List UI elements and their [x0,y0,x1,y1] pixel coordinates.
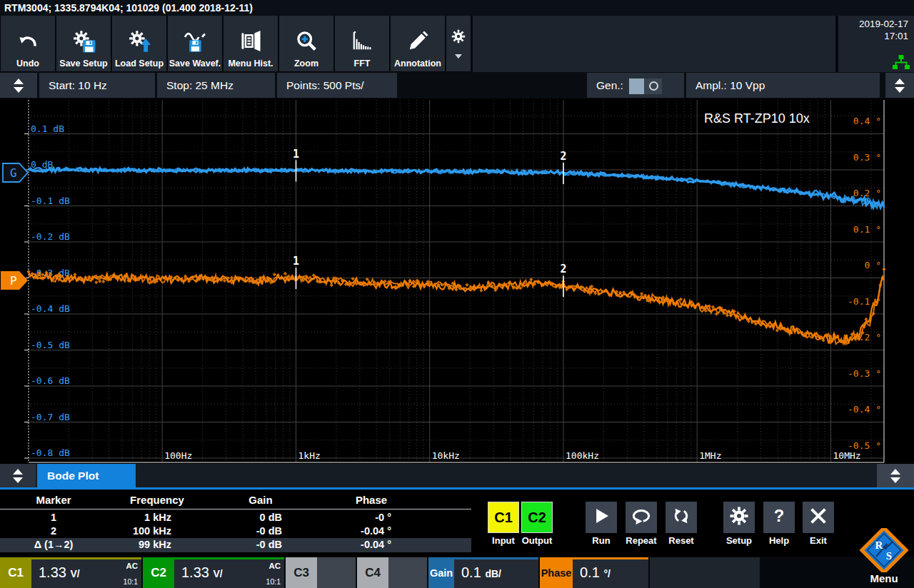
left-axis-label: -0.7 dB [31,412,70,422]
marker-table-cell: -0 dB [207,538,314,552]
oscilloscope-screen: RTM3004; 1335.8794K04; 101029 (01.400 20… [0,0,914,588]
triangle-down-icon [895,87,905,93]
settings-scroll-up-down[interactable] [0,73,37,98]
exit-icon [808,505,829,529]
load-setup-icon [128,29,151,59]
toolbar-button-save-wavef[interactable]: Save Wavef. [168,16,222,71]
bode-plot-area[interactable]: 0.1 dB0 dB-0.1 dB-0.2 dB-0.3 dB-0.4 dB-0… [0,98,914,464]
fft-icon [351,29,374,59]
marker-table-cell: 1 kHz [107,511,207,524]
title-bar: RTM3004; 1335.8794K04; 101029 (01.400 20… [0,0,914,16]
save-setup-icon [72,29,96,59]
tab-row: Bode Plot [0,464,914,490]
toolbar-button-save-setup[interactable]: Save Setup [56,16,111,71]
phase-scale-unit: °/ [603,568,611,579]
right-axis-label: -0.5 ° [848,440,881,451]
toolbar-button-load-setup[interactable]: Load Setup [112,16,166,71]
points-field[interactable]: Points: 500 Pts/ [277,73,397,98]
toolbar-button-menu-hist[interactable]: Menu Hist. [224,16,278,71]
settings-scroll-up-down-right[interactable] [885,73,914,98]
right-axis-label: 0 ° [865,260,881,270]
amplitude-field[interactable]: Ampl.: 10 Vpp [686,73,880,98]
svg-text:R: R [875,539,883,551]
menu-label: Menu [855,572,913,584]
right-axis-label: -0.4 ° [848,404,881,415]
marker-1-label: 1 [293,148,299,161]
undo-icon [16,29,40,59]
channel-cell-c4[interactable]: C4 [357,557,427,588]
generator-field[interactable]: Gen.: [587,73,684,98]
marker-table-cell: Δ (1→2) [0,538,107,552]
toolbar-button-annotation[interactable]: Annotation [391,16,445,71]
phase-scale-cell[interactable]: Phase 0.1 °/ [540,557,648,588]
marker-table-header-frequency: Frequency [107,492,207,509]
tab-scroll-button[interactable] [0,464,36,487]
svg-text:G: G [10,166,17,180]
toolbar-button-undo[interactable]: Undo [1,16,55,71]
channel-cell-c2[interactable]: C21.33 V/AC10:1 [143,557,284,588]
triangle-down-icon [890,477,900,483]
right-axis-label: 0.4 ° [853,116,881,126]
channel-cell-value-box: 1.33 V/AC10:1 [31,557,141,588]
toolbar-button-zoom[interactable]: Zoom [279,16,333,71]
channel-scale-unit: V/ [71,568,80,579]
channel-cell-c3[interactable]: C3 [286,557,356,588]
marker-table-row-2: 2100 kHz-0 dB-0.04 ° [0,524,471,538]
toolbar-button-label: Menu Hist. [228,59,273,69]
toolbar-button-fft[interactable]: FFT [335,16,389,71]
empty-status-cell [650,557,760,588]
channel-cell-label: C2 [143,557,174,588]
setup-button[interactable] [723,502,755,533]
channel-button-c1[interactable]: C1 [488,502,519,533]
phase-scale-label: Phase [540,557,573,588]
gain-scale-cell[interactable]: Gain 0.1 dB/ [428,557,538,588]
menu-button[interactable]: RS Menu [855,528,913,588]
repeat-button[interactable] [626,502,657,533]
tab-bode-plot[interactable]: Bode Plot [37,464,136,487]
marker-table-header: MarkerFrequencyGainPhase [0,492,471,509]
toolbar-empty-panel [473,16,835,72]
generator-toggle[interactable] [629,78,662,94]
exit-button[interactable] [803,502,834,533]
bode-plot-chart: 0.1 dB0 dB-0.1 dB-0.2 dB-0.3 dB-0.4 dB-0… [0,98,914,464]
left-axis-label: -0.1 dB [31,196,70,206]
marker-table-cell: 0 dB [207,511,314,524]
amplitude-value: Ampl.: 10 Vpp [695,79,765,91]
action-button-caption: Run [580,535,623,546]
toggle-track [629,78,644,94]
tab-scroll-button-right[interactable] [877,464,914,487]
toolbar-button-label: Load Setup [115,59,164,69]
toolbar-button-label: FFT [354,59,371,69]
svg-text:P: P [10,274,17,288]
phase-scale-value-box: 0.1 °/ [573,557,648,588]
repeat-icon [631,505,652,529]
toolbar-button-label: Annotation [394,59,441,69]
channel-button-caption: Output [516,535,558,546]
triangle-down-icon [13,477,23,483]
reset-button[interactable] [666,502,697,533]
channel-button-c2[interactable]: C2 [521,502,553,533]
action-button-caption: Help [758,535,800,546]
start-frequency-field[interactable]: Start: 10 Hz [39,73,155,98]
marker-table-divider [0,509,471,510]
left-axis-label: -0.2 dB [31,231,70,242]
channel-cell-c1[interactable]: C11.33 V/AC10:1 [0,557,141,588]
help-icon: ? [768,505,790,529]
menu-history-icon [239,29,263,59]
help-button[interactable]: ? [763,502,795,533]
triangle-up-icon [890,469,900,475]
channel-coupling: AC [268,562,281,570]
marker-table-cell: -0.04 ° [314,524,428,538]
channel-scale-value: 1.33 [39,564,66,580]
triangle-up-icon [14,78,24,84]
channel-cell-label: C3 [286,557,317,588]
run-button[interactable] [586,502,617,533]
left-axis-label: -0.8 dB [31,447,70,458]
left-axis-label: -0.4 dB [31,303,70,314]
triangle-up-icon [895,78,905,84]
stop-frequency-field[interactable]: Stop: 25 MHz [157,73,275,98]
channel-scale-value: 1.33 [181,564,209,580]
start-frequency-value: Start: 10 Hz [49,79,107,91]
toolbar-config-button[interactable] [446,16,471,71]
gear-icon [451,29,466,47]
